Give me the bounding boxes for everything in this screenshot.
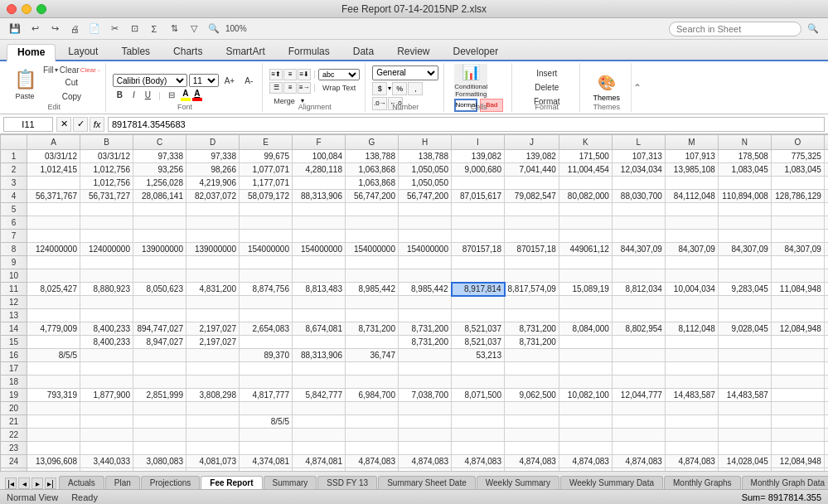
cell-G21[interactable]: [346, 415, 399, 429]
cell-O11[interactable]: 11,084,948: [771, 283, 824, 296]
cell-A13[interactable]: [27, 309, 80, 322]
cell-I18[interactable]: [452, 376, 505, 389]
cell-F3[interactable]: [293, 177, 346, 190]
cell-G18[interactable]: [346, 376, 399, 389]
cell-H14[interactable]: 8,731,200: [399, 322, 452, 336]
row-header-10[interactable]: 10: [1, 269, 27, 283]
cell-I17[interactable]: [452, 362, 505, 376]
cell-J16[interactable]: [505, 349, 559, 362]
increase-font-button[interactable]: A+: [220, 75, 240, 87]
cell-K25[interactable]: [559, 468, 612, 472]
cell-G13[interactable]: [346, 309, 399, 322]
save-button[interactable]: 💾: [7, 22, 23, 36]
cell-G11[interactable]: 8,985,442: [346, 283, 399, 296]
cell-K6[interactable]: [559, 216, 612, 230]
cell-M12[interactable]: [665, 296, 718, 309]
row-header-1[interactable]: 1: [1, 150, 27, 163]
cell-I1[interactable]: 139,082: [452, 150, 505, 163]
cell-D22[interactable]: [186, 429, 240, 442]
cell-I14[interactable]: 8,521,037: [452, 322, 505, 336]
cell-N12[interactable]: [718, 296, 771, 309]
cell-H7[interactable]: [399, 230, 452, 243]
conditional-formatting-button[interactable]: 📊 Conditional Formatting: [454, 64, 487, 97]
cell-M9[interactable]: [665, 256, 718, 269]
cell-D23[interactable]: [186, 442, 240, 455]
cell-C23[interactable]: [133, 442, 186, 455]
cell-C8[interactable]: 139000000: [133, 243, 186, 256]
cell-I3[interactable]: [452, 177, 505, 190]
cell-A16[interactable]: 8/5/5: [27, 349, 80, 362]
cell-M4[interactable]: 84,112,048: [665, 190, 718, 203]
cell-E11[interactable]: 8,874,756: [240, 283, 293, 296]
increase-decimal-button[interactable]: .0→: [372, 97, 387, 110]
cell-P23[interactable]: [824, 442, 828, 455]
cell-J12[interactable]: [505, 296, 559, 309]
cell-K11[interactable]: 15,089,19: [559, 283, 612, 296]
cell-J21[interactable]: [505, 415, 559, 429]
cell-K8[interactable]: 449061,12: [559, 243, 612, 256]
cell-F10[interactable]: [293, 269, 346, 283]
cell-I19[interactable]: 8,071,500: [452, 389, 505, 402]
cell-F9[interactable]: [293, 256, 346, 269]
cell-H2[interactable]: 1,050,050: [399, 163, 452, 177]
cell-A10[interactable]: [27, 269, 80, 283]
cell-B13[interactable]: [80, 309, 133, 322]
sheet-tab-monthly-graph-data[interactable]: Monthly Graph Data: [742, 476, 828, 489]
cell-A19[interactable]: 793,319: [27, 389, 80, 402]
cell-G24[interactable]: 4,874,083: [346, 455, 399, 468]
cell-J18[interactable]: [505, 376, 559, 389]
col-header-K[interactable]: K: [559, 135, 612, 150]
cell-O16[interactable]: [771, 349, 824, 362]
cell-A8[interactable]: 124000000: [27, 243, 80, 256]
cell-O12[interactable]: [771, 296, 824, 309]
cell-A4[interactable]: 56,371,767: [27, 190, 80, 203]
cell-K7[interactable]: [559, 230, 612, 243]
cell-E6[interactable]: [240, 216, 293, 230]
cell-K4[interactable]: 80,082,000: [559, 190, 612, 203]
cell-E16[interactable]: 89,370: [240, 349, 293, 362]
row-header-12[interactable]: 12: [1, 296, 27, 309]
cell-A18[interactable]: [27, 376, 80, 389]
cell-O4[interactable]: 128,786,129: [771, 190, 824, 203]
row-header-24[interactable]: 24: [1, 455, 27, 468]
cell-B1[interactable]: 03/31/12: [80, 150, 133, 163]
copy-qa-button[interactable]: ⊡: [126, 22, 143, 36]
cell-O23[interactable]: [771, 442, 824, 455]
cell-F5[interactable]: [293, 203, 346, 216]
col-header-G[interactable]: G: [346, 135, 399, 150]
cell-G9[interactable]: [346, 256, 399, 269]
cell-E25[interactable]: [240, 468, 293, 472]
bold-button[interactable]: B: [113, 89, 127, 101]
cell-D5[interactable]: [186, 203, 240, 216]
cell-F11[interactable]: 8,813,483: [293, 283, 346, 296]
cell-G22[interactable]: [346, 429, 399, 442]
cell-L20[interactable]: [612, 402, 665, 415]
cell-H1[interactable]: 138,788: [399, 150, 452, 163]
col-header-O[interactable]: O: [771, 135, 824, 150]
cell-A7[interactable]: [27, 230, 80, 243]
cell-B22[interactable]: [80, 429, 133, 442]
cell-O3[interactable]: [771, 177, 824, 190]
cell-F17[interactable]: [293, 362, 346, 376]
cell-K20[interactable]: [559, 402, 612, 415]
cell-D6[interactable]: [186, 216, 240, 230]
cell-K17[interactable]: [559, 362, 612, 376]
cell-H18[interactable]: [399, 376, 452, 389]
cell-N2[interactable]: 1,083,045: [718, 163, 771, 177]
cell-A23[interactable]: [27, 442, 80, 455]
cell-P15[interactable]: [824, 336, 828, 349]
cell-B15[interactable]: 8,400,233: [80, 336, 133, 349]
cell-N15[interactable]: [718, 336, 771, 349]
cell-F23[interactable]: [293, 442, 346, 455]
cell-L23[interactable]: [612, 442, 665, 455]
cell-O10[interactable]: [771, 269, 824, 283]
cell-F7[interactable]: [293, 230, 346, 243]
cell-C15[interactable]: 8,947,027: [133, 336, 186, 349]
cell-P4[interactable]: 8,467,775: [824, 190, 828, 203]
cell-C3[interactable]: 1,256,028: [133, 177, 186, 190]
cell-O20[interactable]: [771, 402, 824, 415]
cell-F1[interactable]: 100,084: [293, 150, 346, 163]
cell-P14[interactable]: 8,447,751: [824, 322, 828, 336]
cell-F21[interactable]: [293, 415, 346, 429]
cell-N18[interactable]: [718, 376, 771, 389]
